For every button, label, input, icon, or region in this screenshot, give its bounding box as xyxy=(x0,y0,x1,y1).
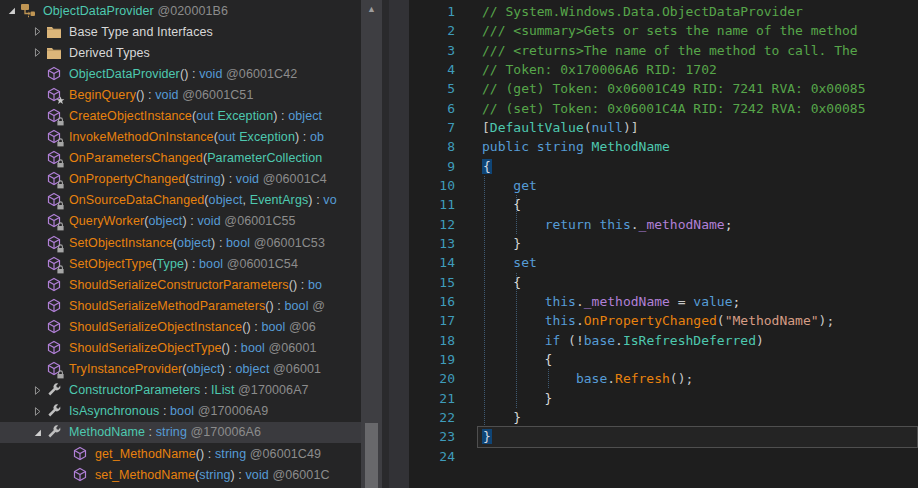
code-line-text[interactable]: public string MethodName xyxy=(482,137,918,156)
expander-placeholder xyxy=(28,87,46,103)
code-line-text[interactable] xyxy=(482,447,918,466)
tree-row[interactable]: InvokeMethodOnInstance(out Exception) : … xyxy=(0,127,361,148)
code-line-text[interactable]: // (set) Token: 0x06001C4A RID: 7242 RVA… xyxy=(482,99,918,118)
code-line-text[interactable]: } xyxy=(482,234,918,253)
expander-expanded-icon[interactable] xyxy=(28,424,46,440)
code-line-text[interactable]: // Token: 0x170006A6 RID: 1702 xyxy=(482,60,918,79)
tree-row[interactable]: OnParametersChanged(ParameterCollection xyxy=(0,148,361,169)
tree-row[interactable]: Derived Types xyxy=(0,42,361,63)
code-line[interactable]: 6// (set) Token: 0x06001C4A RID: 7242 RV… xyxy=(409,99,918,118)
code-line-text[interactable]: this._methodName = value; xyxy=(482,292,918,311)
tree-row[interactable]: set_MethodName(string) : void @06001C xyxy=(0,464,361,485)
code-line[interactable]: 5// (get) Token: 0x06001C49 RID: 7241 RV… xyxy=(409,79,918,98)
code-line-text[interactable]: this.OnPropertyChanged("MethodName"); xyxy=(482,311,918,330)
syntax-segment: if xyxy=(545,333,561,348)
indent-spacer xyxy=(0,326,28,327)
code-line[interactable]: 23} xyxy=(409,427,918,446)
code-line[interactable]: 22 } xyxy=(409,408,918,427)
tree-row[interactable]: ShouldSerializeMethodParameters() : bool… xyxy=(0,295,361,316)
code-line-text[interactable]: { xyxy=(482,195,918,214)
code-line-text-current[interactable]: } xyxy=(477,426,918,447)
code-line[interactable]: 2/// <summary>Gets or sets the name of t… xyxy=(409,21,918,40)
code-line[interactable]: 19 { xyxy=(409,350,918,369)
tree-row[interactable]: SetObjectInstance(object) : bool @06001C… xyxy=(0,232,361,253)
tree-row[interactable]: ObjectDataProvider() : void @06001C42 xyxy=(0,63,361,84)
code-line[interactable]: 4// Token: 0x170006A6 RID: 1702 xyxy=(409,60,918,79)
code-line-text[interactable]: if (!base.IsRefreshDeferred) xyxy=(482,331,918,350)
expander-placeholder xyxy=(28,256,46,272)
tree-row[interactable]: Base Type and Interfaces xyxy=(0,21,361,42)
code-line-text[interactable]: /// <returns>The name of the method to c… xyxy=(482,41,918,60)
indent-spacer xyxy=(0,242,28,243)
tree-row-selected[interactable]: MethodName : string @170006A6 xyxy=(0,422,361,443)
code-line[interactable]: 12 return this._methodName; xyxy=(409,215,918,234)
syntax-segment: void xyxy=(155,88,178,102)
code-line[interactable]: 17 this.OnPropertyChanged("MethodName"); xyxy=(409,311,918,330)
code-line-text[interactable]: { xyxy=(482,157,918,176)
expander-expanded-icon[interactable] xyxy=(2,3,20,19)
code-line-text[interactable]: /// <summary>Gets or sets the name of th… xyxy=(482,21,918,40)
line-number: 12 xyxy=(409,215,482,234)
code-line[interactable]: 18 if (!base.IsRefreshDeferred) xyxy=(409,331,918,350)
tree-row[interactable]: OnPropertyChanged(string) : void @06001C… xyxy=(0,169,361,190)
syntax-segment: () : xyxy=(289,278,308,292)
syntax-segment: : xyxy=(200,383,211,397)
tree-row-label: SetObjectInstance(object) : bool @06001C… xyxy=(69,236,325,250)
tree-row[interactable]: ShouldSerializeObjectInstance() : bool @… xyxy=(0,316,361,337)
expander-collapsed-icon[interactable] xyxy=(28,24,46,40)
tree-row[interactable]: SetObjectType(Type) : bool @06001C54 xyxy=(0,253,361,274)
code-line-text[interactable]: { xyxy=(482,273,918,292)
code-line[interactable]: 20 base.Refresh(); xyxy=(409,369,918,388)
code-line-text[interactable]: } xyxy=(482,389,918,408)
syntax-segment: (! xyxy=(568,333,584,348)
code-line[interactable]: 7[DefaultValue(null)] xyxy=(409,118,918,137)
line-number: 18 xyxy=(409,331,482,350)
tree-row[interactable]: IsAsynchronous : bool @170006A9 xyxy=(0,401,361,422)
tree-row[interactable]: ConstructorParameters : IList @170006A7 xyxy=(0,380,361,401)
tree-row[interactable]: QueryWorker(object) : void @06001C55 xyxy=(0,211,361,232)
tree-row[interactable]: ShouldSerializeObjectType() : bool @0600… xyxy=(0,338,361,359)
expander-placeholder xyxy=(28,277,46,293)
tree-row[interactable]: ObjectDataProvider @020001B6 xyxy=(0,0,361,21)
tree-row[interactable]: CreateObjectInstance(out Exception) : ob… xyxy=(0,105,361,126)
expander-collapsed-icon[interactable] xyxy=(28,45,46,61)
code-line-text[interactable]: // System.Windows.Data.ObjectDataProvide… xyxy=(482,2,918,21)
panel-splitter-inner xyxy=(389,0,409,488)
code-line[interactable]: 8public string MethodName xyxy=(409,137,918,156)
code-line[interactable]: 16 this._methodName = value; xyxy=(409,292,918,311)
code-line[interactable]: 24 xyxy=(409,447,918,466)
expander-collapsed-icon[interactable] xyxy=(28,403,46,419)
code-line-text[interactable]: { xyxy=(482,350,918,369)
code-line[interactable]: 9{ xyxy=(409,157,918,176)
panel-splitter[interactable] xyxy=(382,0,409,488)
tree-row[interactable]: TryInstanceProvider(object) : object @06… xyxy=(0,359,361,380)
tree-row-label: IsAsynchronous : bool @170006A9 xyxy=(69,404,268,418)
code-line-text[interactable]: base.Refresh(); xyxy=(482,369,918,388)
tree-row[interactable]: get_MethodName() : string @06001C49 xyxy=(0,443,361,464)
code-editor[interactable]: 1// System.Windows.Data.ObjectDataProvid… xyxy=(409,0,918,488)
code-line-text[interactable]: set xyxy=(482,253,918,272)
code-line-text[interactable]: } xyxy=(482,408,918,427)
code-line[interactable]: 21 } xyxy=(409,389,918,408)
expander-collapsed-icon[interactable] xyxy=(28,382,46,398)
code-line[interactable]: 1// System.Windows.Data.ObjectDataProvid… xyxy=(409,2,918,21)
code-line-text[interactable]: [DefaultValue(null)] xyxy=(482,118,918,137)
code-line[interactable]: 14 set xyxy=(409,253,918,272)
syntax-segment: ) : xyxy=(182,214,197,228)
code-line[interactable]: 13 } xyxy=(409,234,918,253)
method-cube-icon xyxy=(46,319,62,335)
tree-row[interactable]: BeginQuery() : void @06001C51 xyxy=(0,84,361,105)
code-line[interactable]: 10 get xyxy=(409,176,918,195)
code-line-text[interactable]: return this._methodName; xyxy=(482,215,918,234)
tree-scrollbar[interactable]: ▲ xyxy=(361,0,382,488)
tree-row[interactable]: ShouldSerializeConstructorParameters() :… xyxy=(0,274,361,295)
code-line[interactable]: 3/// <returns>The name of the method to … xyxy=(409,41,918,60)
code-line-text[interactable]: get xyxy=(482,176,918,195)
tree-row[interactable]: OnSourceDataChanged(object, EventArgs) :… xyxy=(0,190,361,211)
expander-placeholder xyxy=(28,108,46,124)
code-line[interactable]: 15 { xyxy=(409,273,918,292)
code-line-text[interactable]: // (get) Token: 0x06001C49 RID: 7241 RVA… xyxy=(482,79,918,98)
code-line[interactable]: 11 { xyxy=(409,195,918,214)
scroll-up-arrow-icon[interactable]: ▲ xyxy=(361,2,382,16)
scrollbar-thumb[interactable] xyxy=(365,423,378,488)
